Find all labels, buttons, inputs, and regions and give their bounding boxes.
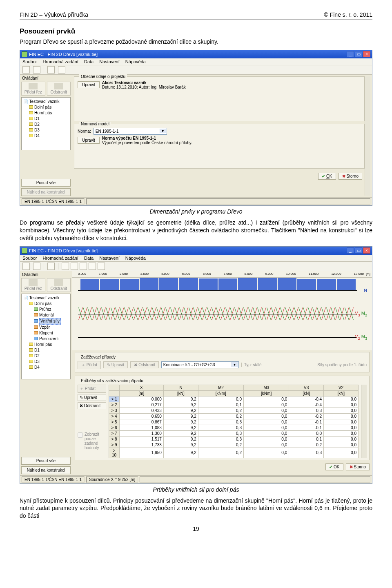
menubar: Soubor Hromadná zadání Data Nastavení Ná… [20,58,372,65]
para-1: Do programu se předaly veškeré údaje týk… [20,219,372,242]
zp-right: Síly spočteny podle 1. řádu [317,363,367,367]
close-icon[interactable]: × [363,51,370,57]
chart-v3m2: V3 M2 [76,303,368,324]
zoom-out-icon[interactable] [71,263,78,270]
toolbar-save-icon[interactable] [47,66,55,74]
menu-data[interactable]: Data [84,59,94,64]
app-icon [22,51,27,57]
status-coord: Souřadnice X = 9,252 [m] [86,477,138,483]
side-head: Ovládání [21,76,71,82]
norma-combo[interactable]: EN 1995-1-1 [94,128,167,135]
btn-nahled[interactable]: Náhled na konstrukci [21,466,71,474]
toolbar-save-icon[interactable] [47,263,55,270]
app-icon [22,248,27,254]
zp-edit-button: ✎ Upravit [103,361,128,368]
graph-area: N V3 M2 V2 M3 [72,278,372,350]
zp-typ: Typ: stálé [241,363,262,367]
zp-add-button: ＋ Přidat [78,361,101,369]
titlebar: FIN EC - FIN 2D Dřevo [vaznik.tie] _ ▭ × [20,50,372,58]
status-left: EN 1995-1-1/ČSN EN 1995-1-1 [22,198,85,205]
row-del-button[interactable]: ✖ Odstranit [78,402,106,409]
tree-selected: Vnitřní síly [39,318,61,325]
row-edit-button[interactable]: ✎ Upravit [78,394,106,401]
menu-soubor[interactable]: Soubor [22,59,37,64]
akce-line: Akce: Testovací vazník [102,80,361,85]
menu-nastaveni[interactable]: Nastavení [99,256,120,261]
screenshot-1: FIN EC - FIN 2D Dřevo [vaznik.tie] _ ▭ ×… [20,50,372,206]
screenshot-2: FIN EC - FIN 2D Dřevo [vaznik.tie] _ ▭ ×… [20,246,372,484]
panel-prubehy: Průběhy sil v zatěžovacím případu ＋ Přid… [75,376,370,460]
doc-header-right: © Fine s. r. o. 2011 [324,11,373,18]
menu-napoveda[interactable]: Nápověda [125,256,146,261]
chart-v2m3: V2 M3 [76,327,368,347]
storno-button[interactable]: ✖Storno [346,463,370,470]
tree[interactable]: 📄 Testovací vazník Dolní pás Horní pás D… [21,97,71,150]
caption-1: Dimenzační prvky v programu Dřevo [20,208,372,215]
table-scrollbar[interactable] [361,385,367,458]
pan-icon[interactable] [98,263,105,270]
titlebar2: FIN EC - FIN 2D Dřevo [vaznik.tie] _ ▭ × [20,247,372,255]
side-btn-add[interactable]: Přidat řez [21,82,45,96]
zoom-window-icon[interactable] [89,263,96,270]
btn-upravit-norma[interactable]: Upravit [78,137,100,144]
zp-del-button: ✖ Odstranit [130,361,158,368]
side-btn-del[interactable]: Odstranit [47,82,71,96]
status-left: EN 1995-1-1/ČSN EN 1995-1-1 [22,477,85,483]
scrollbar[interactable] [365,76,370,196]
norma-label: Norma: [78,129,91,134]
ok-button[interactable]: ✔OK [318,173,336,180]
chk-zobrazit: Zobrazit pouze zadané hodnoty [78,432,106,450]
norma-line2: Výpočet je proveden podle České národní … [102,140,361,145]
btn-nahled: Náhled na konstrukci [21,188,71,196]
btn-upravit-obecne[interactable]: Upravit [78,81,100,88]
para-2: Nyní přistoupíme k posouzení dílců. Prin… [20,497,372,520]
menu-napoveda[interactable]: Nápověda [125,59,146,64]
header-rule [20,20,372,20]
toolbar-new-icon[interactable] [22,66,30,74]
zp-combo[interactable]: Kombinace č.1 - G1+G2+G3 [161,361,239,368]
caption-2: Průběhy vnitřních sil pro dolní pás [20,486,372,493]
close-icon[interactable]: × [363,247,370,254]
btn-posoud-vse[interactable]: Posuď vše [21,179,71,187]
page-number: 19 [20,526,372,532]
minimize-icon[interactable]: _ [347,51,354,57]
intro-text: Program Dřevo se spustí a převezme požad… [20,38,372,46]
doc-header-left: FIN 2D – Výuková příručka [20,11,88,18]
ok-button[interactable]: ✔OK [325,463,343,470]
toolbar-new-icon[interactable] [22,263,30,270]
toolbar-open-icon[interactable] [33,263,40,270]
btn-posoud-vse[interactable]: Posuď vše [21,457,71,465]
side-btn-del[interactable]: Odstranit [47,278,71,292]
toolbar-print-icon[interactable] [58,66,65,74]
forces-table[interactable]: X N M2 M3 V3 V2 [m] [k [109,385,359,458]
panel-obecne: Obecné údaje o projektu Upravit Akce: Te… [74,76,365,121]
norma-line1: Norma výpočtu EN 1995-1-1 [102,136,361,140]
row-add-button: ＋ Přidat [78,385,106,393]
menu-soubor[interactable]: Soubor [22,256,37,261]
panel-normovy: Normový model Norma: EN 1995-1-1 Upravit… [74,124,365,169]
toolbar-open-icon[interactable] [33,66,40,74]
menu-hromadna[interactable]: Hromadná zadání [42,256,78,261]
minimize-icon[interactable]: _ [347,247,354,254]
maximize-icon[interactable]: ▭ [355,247,362,254]
tree2[interactable]: 📄 Testovací vazník Dolní pás Průřez Mate… [21,294,71,379]
menu-nastaveni[interactable]: Nastavení [99,59,120,64]
section-title: Posouzení prvků [20,27,372,36]
panel-zp: Zatěžovací případy ＋ Přidat ✎ Upravit ✖ … [75,352,370,372]
maximize-icon[interactable]: ▭ [355,51,362,57]
window-title: FIN EC - FIN 2D Dřevo [vaznik.tie] [29,52,98,57]
toolbar [20,65,372,75]
menu-data[interactable]: Data [84,256,94,261]
window-title: FIN EC - FIN 2D Dřevo [vaznik.tie] [29,248,98,253]
zoom-in-icon[interactable] [62,263,69,270]
zoom-fit-icon[interactable] [80,263,87,270]
chart-n: N [76,280,368,301]
menu-hromadna[interactable]: Hromadná zadání [42,59,78,64]
storno-button[interactable]: ✖Storno [339,173,362,180]
side-btn-add[interactable]: Přidat řez [21,278,45,292]
datum-line: Datum: 13.12.2010; Autor: Ing. Miroslav … [102,85,361,89]
